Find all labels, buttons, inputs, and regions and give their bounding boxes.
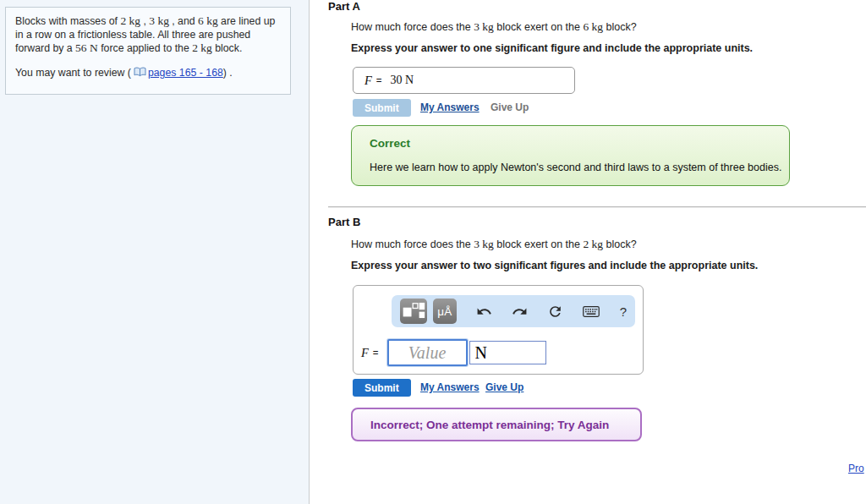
templates-icon — [402, 301, 425, 322]
equals-sign: = — [376, 75, 382, 85]
force-symbol: F — [364, 74, 372, 88]
units-button[interactable]: μÅ — [433, 299, 457, 324]
problem-statement: Blocks with masses of 2 kg , 3 kg , and … — [15, 14, 281, 56]
redo-icon[interactable] — [512, 303, 528, 320]
part-a-answer-field: F = 30 N — [353, 67, 575, 94]
question-text-segment: block exert on the — [494, 21, 584, 33]
part-a-answer-value: 30 N — [391, 74, 414, 87]
intro-text-segment: force applied to the — [98, 42, 192, 54]
part-b-give-up-link[interactable]: Give Up — [485, 381, 523, 393]
part-b-my-answers-link[interactable]: My Answers — [420, 381, 480, 393]
review-line: You may want to review ( pages 165 - 168… — [15, 67, 281, 79]
question-math-segment: 3 kg — [474, 20, 494, 33]
help-icon[interactable]: ? — [620, 304, 627, 319]
book-icon — [134, 67, 146, 79]
part-a-question: How much force does the 3 kg block exert… — [351, 20, 637, 34]
undo-icon[interactable] — [476, 303, 492, 320]
intro-text-segment: block. — [212, 42, 243, 54]
question-text-segment: block? — [603, 21, 637, 33]
intro-math-segment: 3 kg — [149, 14, 169, 27]
question-math-segment: 3 kg — [474, 238, 494, 250]
intro-math-segment: 2 kg — [192, 41, 212, 54]
correct-label: Correct — [370, 137, 410, 150]
part-b-question: How much force does the 3 kg block exert… — [351, 238, 637, 251]
value-input[interactable] — [387, 339, 468, 366]
intro-math-segment: 2 kg — [120, 14, 140, 27]
problem-statement-box: Blocks with masses of 2 kg , 3 kg , and … — [5, 7, 291, 95]
part-a-give-up-link: Give Up — [491, 101, 529, 113]
intro-math-segment: 6 kg — [198, 14, 218, 27]
question-text-segment: How much force does the — [351, 21, 474, 33]
review-suffix: ) . — [223, 67, 233, 79]
part-a-instruction: Express your answer to one significant f… — [351, 42, 753, 54]
question-math-segment: 2 kg — [583, 238, 603, 250]
part-a-submit-button: Submit — [353, 99, 411, 117]
provide-feedback-link[interactable]: Pro — [848, 463, 864, 474]
review-prefix: You may want to review ( — [15, 67, 131, 79]
part-divider — [328, 206, 866, 208]
unit-input[interactable] — [469, 341, 546, 364]
part-b-title: Part B — [328, 216, 360, 228]
equals-sign: = — [373, 348, 379, 358]
part-b-answer-row: F = — [361, 337, 640, 369]
part-b-instruction: Express your answer to two significant f… — [351, 260, 758, 271]
force-symbol: F — [361, 346, 369, 360]
intro-math-segment: 56 N — [75, 41, 98, 54]
main-content: Part A How much force does the 3 kg bloc… — [310, 0, 866, 504]
correct-explanation: Here we learn how to apply Newton's seco… — [370, 162, 781, 173]
part-b-submit-button[interactable]: Submit — [353, 379, 411, 397]
units-icon: μÅ — [437, 305, 452, 318]
problem-intro-panel: Blocks with masses of 2 kg , 3 kg , and … — [0, 0, 310, 504]
question-math-segment: 6 kg — [583, 20, 603, 33]
part-b-feedback-box: Incorrect; One attempt remaining; Try Ag… — [351, 408, 642, 441]
templates-button[interactable] — [400, 299, 427, 324]
reset-icon[interactable] — [547, 303, 563, 320]
part-b-answer-widget: μÅ ? — [353, 285, 644, 375]
intro-text-segment: , and — [169, 15, 198, 27]
equation-toolbar: μÅ ? — [392, 295, 635, 327]
review-pages-link[interactable]: pages 165 - 168 — [148, 67, 223, 79]
question-text-segment: How much force does the — [351, 238, 474, 250]
question-text-segment: block? — [603, 238, 637, 250]
part-a-feedback-box: Correct Here we learn how to apply Newto… — [351, 125, 790, 186]
intro-text-segment: Blocks with masses of — [15, 15, 120, 27]
keyboard-icon[interactable] — [583, 303, 600, 320]
intro-text-segment: , — [140, 15, 149, 27]
part-a-my-answers-link[interactable]: My Answers — [420, 101, 480, 113]
question-text-segment: block exert on the — [494, 238, 584, 250]
part-a-title: Part A — [328, 0, 360, 13]
incorrect-label: Incorrect; One attempt remaining; Try Ag… — [370, 419, 609, 431]
